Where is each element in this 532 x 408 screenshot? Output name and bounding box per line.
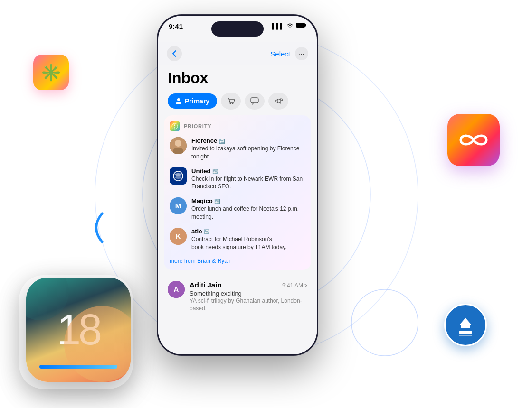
person-icon <box>175 98 182 104</box>
avatar-aditi: A <box>168 281 185 298</box>
primary-tab[interactable]: Primary <box>168 93 217 109</box>
katie-sender: atie ↩️ <box>191 228 305 235</box>
select-button[interactable]: Select <box>270 50 290 58</box>
inbox-title: Inbox <box>158 65 317 93</box>
sparkle-icon: ✳️ <box>40 63 62 83</box>
status-icons: ▌▌▌ <box>272 22 306 29</box>
snippet-icon-2: ↩️ <box>212 169 218 174</box>
ellipsis-icon: ··· <box>299 50 304 57</box>
wifi-icon <box>286 22 294 29</box>
united-email-body: United ↩️ Check-in for flight to Newark … <box>191 167 305 191</box>
svg-text:M: M <box>175 202 181 210</box>
florence-preview: Invited to izakaya soft opening by Flore… <box>191 145 305 161</box>
svg-rect-3 <box>296 23 305 28</box>
svg-point-7 <box>232 103 233 104</box>
shopping-icon <box>227 97 235 105</box>
ios18-progress-bar <box>39 365 117 369</box>
aditi-preview: YA sci-fi trilogy by Ghanaian author, Lo… <box>190 297 307 312</box>
snippet-icon-4: ↩️ <box>204 229 209 234</box>
chevron-right-icon <box>304 283 307 288</box>
more-button[interactable]: ··· <box>295 47 308 60</box>
infinity-app-icon[interactable] <box>447 114 500 166</box>
tab-bar: Primary <box>158 93 317 115</box>
email-item-florence[interactable]: Florence ↩️ Invited to izakaya soft open… <box>170 137 305 161</box>
aditi-sender: Aditi Jain <box>190 281 222 289</box>
upload-arrow-icon <box>460 318 471 325</box>
back-button[interactable] <box>167 46 182 61</box>
infinity-icon <box>457 130 490 151</box>
status-time: 9:41 <box>169 22 183 30</box>
svg-text:K: K <box>176 232 181 240</box>
svg-text:A: A <box>174 285 179 293</box>
battery-icon <box>296 22 306 29</box>
snippet-icon-3: ↩️ <box>214 199 220 204</box>
united-preview: Check-in for flight to Newark EWR from S… <box>191 175 305 191</box>
upload-base-icon <box>461 325 470 328</box>
nav-actions: Select ··· <box>270 47 308 60</box>
avatar-magico: M <box>170 197 187 214</box>
svg-point-12 <box>175 140 181 147</box>
svg-point-6 <box>230 103 231 104</box>
svg-rect-4 <box>305 24 306 27</box>
phone-screen: 9:41 ▌▌▌ Select <box>158 16 317 354</box>
svg-point-2 <box>352 289 418 356</box>
aditi-email-header: Aditi Jain 9:41 AM <box>190 281 307 289</box>
more-link[interactable]: more from Brian & Ryan <box>170 258 305 264</box>
svg-rect-8 <box>251 98 258 103</box>
magico-preview: Order lunch and coffee for Neeta's 12 p.… <box>191 205 305 221</box>
priority-header: PRIORITY <box>170 121 305 131</box>
svg-point-5 <box>177 98 180 101</box>
ios18-bg-decoration <box>64 306 131 382</box>
email-item-aditi[interactable]: A Aditi Jain 9:41 AM Something exciting … <box>164 275 311 318</box>
mail-content: Inbox Primary <box>158 65 317 354</box>
ios18-app-icon[interactable]: 18 <box>26 278 131 382</box>
united-sender: United ↩️ <box>191 167 305 175</box>
katie-email-body: atie ↩️ Contract for Michael Robinson'sb… <box>191 228 305 251</box>
upload-app-icon[interactable] <box>444 304 487 346</box>
aditi-time: 9:41 AM <box>282 282 307 289</box>
magico-sender: Magico ↩️ <box>191 197 305 204</box>
nav-bar: Select ··· <box>158 42 317 65</box>
promo-tab[interactable] <box>268 93 288 110</box>
priority-section: PRIORITY Florence ↩️ Invited to iza <box>164 115 311 270</box>
avatar-florence <box>170 137 187 154</box>
snippet-icon: ↩️ <box>219 139 225 144</box>
email-item-katie[interactable]: K atie ↩️ Contract for Michael Robinson'… <box>170 228 305 251</box>
signal-icon: ▌▌▌ <box>272 23 284 29</box>
phone-outer-shell: 9:41 ▌▌▌ Select <box>157 14 318 356</box>
avatar-united <box>170 167 187 185</box>
aditi-subject: Something exciting <box>190 290 307 297</box>
aditi-email-info: Aditi Jain 9:41 AM Something exciting YA… <box>190 281 307 312</box>
upload-lines-icon <box>459 331 472 333</box>
florence-sender: Florence ↩️ <box>191 137 305 144</box>
email-item-united[interactable]: United ↩️ Check-in for flight to Newark … <box>170 167 305 191</box>
priority-icon <box>170 121 180 131</box>
dynamic-island <box>211 21 264 37</box>
phone-mockup: 9:41 ▌▌▌ Select <box>157 14 318 356</box>
chat-tab[interactable] <box>245 93 265 110</box>
chat-icon <box>250 97 259 105</box>
primary-tab-label: Primary <box>185 97 209 105</box>
priority-label: PRIORITY <box>184 123 211 129</box>
sparkle-app-icon[interactable]: ✳️ <box>33 55 69 90</box>
promo-icon <box>274 97 283 105</box>
shopping-tab[interactable] <box>221 93 241 110</box>
florence-email-body: Florence ↩️ Invited to izakaya soft open… <box>191 137 305 161</box>
avatar-katie: K <box>170 228 187 245</box>
email-item-magico[interactable]: M Magico ↩️ Order lunch and coffee for N… <box>170 197 305 221</box>
katie-preview: Contract for Michael Robinson'sbook need… <box>191 235 305 251</box>
magico-email-body: Magico ↩️ Order lunch and coffee for Nee… <box>191 197 305 221</box>
